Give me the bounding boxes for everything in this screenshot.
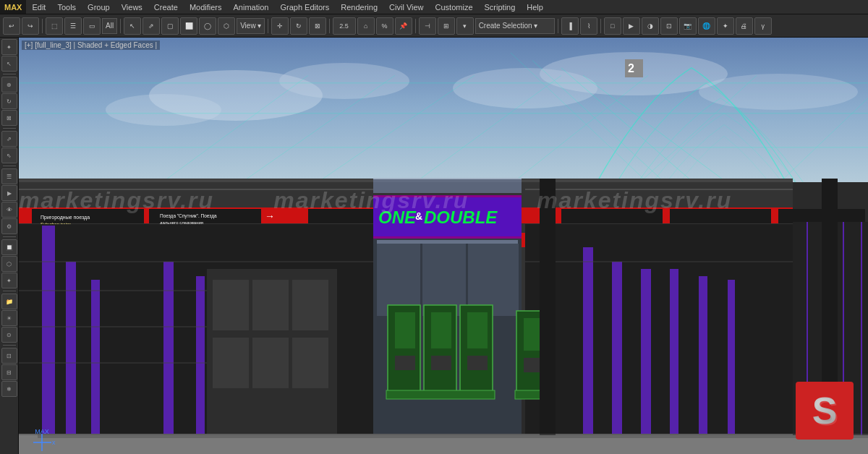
sidebar-btn-isolate[interactable]: ⊡ (1, 348, 17, 364)
sidebar-btn-asset[interactable]: 📁 (1, 294, 17, 309)
active-shade-button[interactable]: ◑ (642, 17, 659, 35)
select-button[interactable]: ⬚ (46, 17, 63, 35)
svg-rect-69 (699, 276, 707, 454)
viewport[interactable]: Пригородные поезда Suburban trains Поезд… (19, 38, 868, 454)
select-by-name-button[interactable]: ☰ (64, 17, 82, 35)
left-sidebar: ✦ ↖ ⊕ ↻ ⊠ ⇗ ⇖ ☰ ▶ 👁 ⚙ 🔲 ⬡ ✦ 📁 ☀ ⊙ ⊡ ⊟ ❄ (0, 38, 19, 454)
menu-civil-view[interactable]: Civil View (383, 0, 429, 14)
svg-rect-52 (377, 240, 518, 244)
svg-rect-41 (373, 195, 522, 197)
print-button[interactable]: 🖨 (736, 17, 753, 35)
align-options-button[interactable]: ▾ (456, 17, 474, 35)
sidebar-btn-effects[interactable]: ✦ (1, 273, 17, 288)
create-selection-dropdown[interactable]: Create Selection ▾ (475, 18, 555, 34)
viewport-label: [+] [full_line_3] | Shaded + Edged Faces… (22, 40, 160, 50)
fence-select-button[interactable]: ⬡ (218, 17, 235, 35)
move-button[interactable]: ✛ (271, 17, 289, 35)
menu-scripting[interactable]: Scripting (479, 0, 522, 14)
scene-svg: Пригородные поезда Suburban trains Поезд… (19, 38, 868, 454)
effects-button[interactable]: ✦ (717, 17, 734, 35)
svg-text:→: → (265, 210, 275, 222)
sidebar-btn-display[interactable]: 👁 (1, 202, 17, 218)
menu-create[interactable]: Create (148, 0, 184, 14)
svg-rect-80 (386, 390, 495, 399)
sidebar-btn-hide[interactable]: ⊟ (1, 364, 17, 380)
sidebar-btn-render[interactable]: 🔲 (1, 239, 17, 255)
menu-help[interactable]: Help (521, 0, 549, 14)
sidebar-btn-utils[interactable]: ⚙ (1, 218, 17, 234)
filter-dropdown[interactable]: All (102, 18, 117, 34)
sidebar-btn-env[interactable]: ⬡ (1, 256, 17, 272)
sidebar-separator-2 (3, 128, 16, 129)
select-region-button[interactable]: ▭ (83, 17, 101, 35)
camera-button[interactable]: 📷 (679, 17, 697, 35)
undo-button[interactable]: ↩ (3, 17, 20, 35)
sidebar-separator-5 (3, 291, 16, 291)
svg-rect-67 (641, 269, 651, 454)
menu-modifiers[interactable]: Modifiers (184, 0, 228, 14)
sidebar-btn-rotate[interactable]: ↻ (1, 93, 17, 109)
sidebar-btn-scale[interactable]: ⊠ (1, 110, 17, 126)
paint-select-button[interactable]: ⬜ (180, 17, 197, 35)
svg-rect-75 (431, 312, 451, 348)
circle-select-button[interactable]: ◯ (199, 17, 216, 35)
svg-rect-47 (525, 224, 793, 454)
select-tool-button[interactable]: ↖ (124, 17, 141, 35)
svg-rect-42 (373, 236, 522, 239)
sidebar-btn-create[interactable]: ✦ (1, 39, 17, 55)
sidebar-btn-select[interactable]: ↖ (1, 56, 17, 72)
toolbar-separator-6 (558, 19, 558, 33)
zoom-field[interactable]: 2.5 (333, 17, 356, 35)
toolbar-separator-7 (600, 19, 601, 33)
sidebar-separator-6 (3, 345, 16, 346)
scale-button[interactable]: ⊠ (309, 17, 326, 35)
sidebar-btn-link[interactable]: ⇗ (1, 131, 17, 147)
menu-customize[interactable]: Customize (430, 0, 479, 14)
mirror-button[interactable]: ⊣ (419, 17, 436, 35)
svg-text:ONE: ONE (378, 207, 417, 227)
svg-rect-24 (19, 38, 868, 182)
gamma-button[interactable]: γ (754, 17, 772, 35)
sidebar-btn-panorama[interactable]: ⊙ (1, 327, 17, 343)
menu-animation[interactable]: Animation (228, 0, 275, 14)
redo-button[interactable]: ↪ (22, 17, 39, 35)
sidebar-btn-move[interactable]: ⊕ (1, 77, 17, 93)
toolbar-separator-4 (329, 19, 330, 33)
align-button[interactable]: ⊞ (438, 17, 455, 35)
curve-editor-button[interactable]: ⌇ (580, 17, 597, 35)
render-frame-button[interactable]: ▶ (623, 17, 640, 35)
svg-text:Поезда "Спутник". Поезда: Поезда "Спутник". Поезда (160, 213, 217, 219)
pin-button[interactable]: 📌 (395, 17, 412, 35)
sidebar-btn-sun[interactable]: ☀ (1, 310, 17, 326)
menu-edit[interactable]: Edit (26, 0, 51, 14)
toolbar: ↩ ↪ ⬚ ☰ ▭ All ↖ ⇗ ▢ ⬜ ◯ ⬡ View ▾ ✛ ↻ ⊠ 2… (0, 14, 868, 38)
svg-rect-55 (252, 280, 289, 330)
rotate-button[interactable]: ↻ (290, 17, 307, 35)
sidebar-separator (3, 74, 16, 74)
view-dropdown[interactable]: View ▾ (237, 18, 265, 34)
menu-tools[interactable]: Tools (51, 0, 82, 14)
menu-views[interactable]: Views (116, 0, 148, 14)
render-setup-button[interactable]: □ (604, 17, 621, 35)
named-selections-button[interactable]: ▐ (561, 17, 579, 35)
sidebar-btn-freeze[interactable]: ❄ (1, 381, 17, 397)
zoom-home-button[interactable]: ⌂ (357, 17, 375, 35)
percent-button[interactable]: % (376, 17, 393, 35)
select-and-link-button[interactable]: ⇗ (142, 17, 160, 35)
toolbar-separator-2 (120, 19, 121, 33)
environment-button[interactable]: 🌐 (698, 17, 715, 35)
menu-rendering[interactable]: Rendering (335, 0, 383, 14)
sidebar-btn-motion[interactable]: ▶ (1, 185, 17, 201)
svg-rect-73 (395, 356, 415, 370)
sidebar-btn-unlink[interactable]: ⇖ (1, 147, 17, 163)
svg-rect-60 (42, 226, 55, 454)
svg-rect-104 (540, 179, 556, 435)
menu-graph-editors[interactable]: Graph Editors (274, 0, 335, 14)
rect-select-button[interactable]: ▢ (161, 17, 179, 35)
svg-text:DOUBLE: DOUBLE (424, 207, 498, 227)
menu-group[interactable]: Group (82, 0, 116, 14)
svg-rect-62 (91, 280, 100, 454)
sidebar-btn-hierarchy[interactable]: ☰ (1, 168, 17, 184)
render-last-button[interactable]: ⊡ (660, 17, 678, 35)
svg-rect-76 (431, 356, 451, 370)
